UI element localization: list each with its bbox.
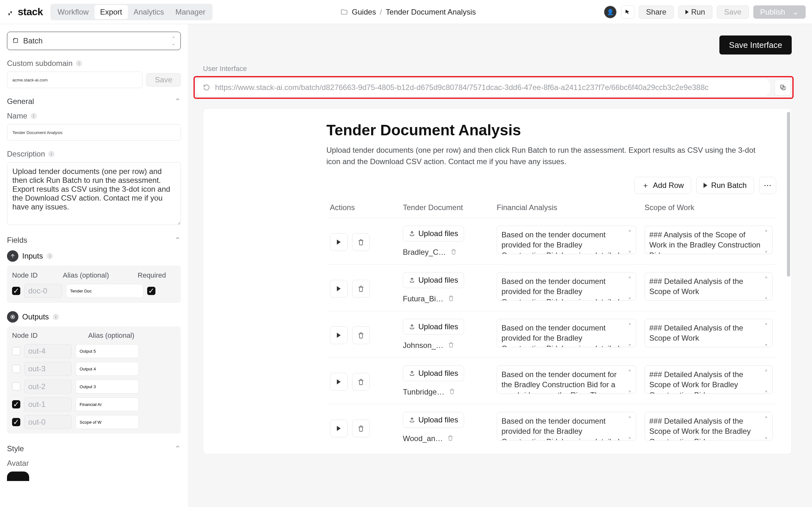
row-enable-checkbox[interactable]	[12, 383, 20, 391]
stepper-icon[interactable]: ▴▾	[765, 367, 771, 394]
more-menu-button[interactable]: ⋯	[759, 177, 776, 194]
tab-analytics[interactable]: Analytics	[128, 5, 170, 19]
upload-files-button[interactable]: Upload files	[403, 365, 464, 381]
scope-of-work-cell[interactable]: ### Analysis of the Scope of Work in the…	[645, 226, 773, 254]
info-icon[interactable]: i	[31, 113, 37, 119]
row-delete-button[interactable]	[352, 233, 370, 251]
row-delete-button[interactable]	[352, 373, 370, 391]
row-delete-button[interactable]	[352, 419, 370, 437]
stepper-icon[interactable]: ▴▾	[629, 274, 635, 301]
row-delete-button[interactable]	[352, 326, 370, 344]
alias-input[interactable]	[75, 380, 139, 394]
info-icon[interactable]: i	[53, 314, 59, 320]
mode-label: Batch	[23, 37, 43, 45]
name-input[interactable]	[7, 124, 181, 141]
alias-input[interactable]	[75, 415, 139, 429]
share-button[interactable]: Share	[639, 5, 674, 19]
remove-file-button[interactable]	[448, 341, 454, 350]
financial-analysis-cell[interactable]: Based on the tender document provided fo…	[497, 226, 636, 254]
inputs-table: Node IDAlias (optional)Required ✓ doc-0 …	[7, 266, 181, 303]
stepper-icon[interactable]: ▴▾	[629, 414, 635, 441]
node-id: out-4	[24, 344, 72, 358]
alias-input[interactable]	[75, 344, 139, 358]
required-checkbox[interactable]: ✓	[147, 287, 155, 295]
scope-of-work-cell[interactable]: ### Detailed Analysis of the Scope of Wo…	[645, 272, 773, 301]
upload-files-button[interactable]: Upload files	[403, 319, 464, 335]
description-textarea[interactable]	[7, 162, 181, 225]
info-icon[interactable]: i	[47, 253, 53, 259]
url-highlight-box: https://www.stack-ai.com/batch/d8276663-…	[194, 76, 794, 99]
chevron-up-icon: ⌃	[174, 97, 181, 106]
breadcrumb-folder[interactable]: Guides	[352, 8, 376, 16]
breadcrumb-page[interactable]: Tender Document Analysis	[386, 8, 476, 16]
remove-file-button[interactable]	[449, 388, 455, 396]
avatar[interactable]: 👤	[604, 6, 617, 18]
stepper-icon[interactable]: ▴▾	[765, 274, 771, 301]
tab-workflow[interactable]: Workflow	[52, 5, 94, 19]
info-icon[interactable]: i	[48, 151, 55, 157]
run-batch-button[interactable]: Run Batch	[696, 177, 754, 194]
row-enable-checkbox[interactable]: ✓	[12, 418, 20, 426]
upload-files-button[interactable]: Upload files	[403, 226, 464, 241]
publish-button[interactable]: Publish ⌄	[753, 5, 806, 19]
remove-file-button[interactable]	[447, 434, 454, 443]
stepper-icon[interactable]: ▴▾	[629, 228, 635, 254]
info-icon[interactable]: i	[76, 60, 82, 66]
row-run-button[interactable]	[330, 233, 348, 251]
copy-url-button[interactable]	[774, 79, 791, 96]
alias-input[interactable]	[66, 284, 143, 298]
row-run-button[interactable]	[330, 419, 348, 437]
alias-input[interactable]	[75, 397, 139, 411]
stepper-icon[interactable]: ▴▾	[765, 321, 771, 347]
row-delete-button[interactable]	[352, 280, 370, 297]
remove-file-button[interactable]	[448, 294, 454, 303]
alias-input[interactable]	[75, 362, 139, 376]
financial-analysis-cell[interactable]: Based on the tender document provided fo…	[497, 319, 636, 347]
ellipsis-icon: ⋯	[764, 181, 771, 190]
section-style[interactable]: Style ⌃	[7, 444, 181, 453]
stepper-icon[interactable]: ▴▾	[629, 367, 635, 394]
save-button[interactable]: Save	[717, 5, 749, 19]
tab-manager[interactable]: Manager	[170, 5, 211, 19]
avatar-swatch[interactable]	[7, 471, 29, 481]
financial-analysis-cell[interactable]: Based on the tender document provided fo…	[497, 272, 636, 301]
remove-file-button[interactable]	[450, 248, 457, 257]
upload-files-button[interactable]: Upload files	[403, 272, 464, 288]
row-run-button[interactable]	[330, 326, 348, 344]
stepper-icon[interactable]: ▴▾	[629, 321, 635, 347]
col-financial-analysis: Financial Analysis	[497, 203, 645, 212]
scope-of-work-cell[interactable]: ### Detailed Analysis of the Scope of Wo…	[645, 365, 773, 394]
section-fields[interactable]: Fields ⌃	[7, 236, 181, 245]
stepper-icon[interactable]: ▴▾	[765, 414, 771, 441]
subdomain-input[interactable]	[7, 72, 142, 88]
outputs-row: out-3	[7, 360, 181, 378]
row-enable-checkbox[interactable]	[12, 365, 20, 373]
interface-preview: Tender Document Analysis Upload tender d…	[203, 108, 792, 454]
row-enable-checkbox[interactable]: ✓	[12, 287, 20, 295]
upload-files-button[interactable]: Upload files	[403, 412, 464, 428]
row-run-button[interactable]	[330, 280, 348, 297]
refresh-icon[interactable]	[203, 84, 210, 91]
row-enable-checkbox[interactable]: ✓	[12, 400, 20, 408]
subdomain-save-button[interactable]: Save	[146, 73, 181, 87]
tab-export[interactable]: Export	[95, 5, 128, 19]
scope-of-work-cell[interactable]: ### Detailed Analysis of the Scope of Wo…	[645, 319, 773, 347]
select-updown-icon: ⌃⌄	[171, 36, 175, 46]
run-button[interactable]: Run	[678, 5, 712, 19]
node-id: out-0	[24, 415, 72, 429]
row-enable-checkbox[interactable]	[12, 347, 20, 355]
url-bar[interactable]: https://www.stack-ai.com/batch/d8276663-…	[196, 78, 770, 96]
financial-analysis-cell[interactable]: Based on the tender document for the Bra…	[497, 365, 636, 394]
stepper-icon[interactable]: ▴▾	[765, 228, 771, 254]
cursor-mode-button[interactable]	[621, 5, 635, 19]
scope-of-work-cell[interactable]: ### Detailed Analysis of the Scope of Wo…	[645, 412, 773, 441]
row-run-button[interactable]	[330, 373, 348, 391]
save-interface-button[interactable]: Save Interface	[719, 36, 792, 55]
financial-analysis-cell[interactable]: Based on the tender document provided fo…	[497, 412, 636, 441]
add-row-button[interactable]: ＋Add Row	[635, 177, 691, 194]
interface-mode-select[interactable]: Batch ⌃⌄	[7, 32, 181, 50]
outputs-row: out-2	[7, 378, 181, 395]
section-general[interactable]: General ⌃	[7, 97, 181, 106]
preview-scrollbar[interactable]	[787, 112, 790, 451]
file-name: Bradley_C…	[403, 248, 446, 257]
